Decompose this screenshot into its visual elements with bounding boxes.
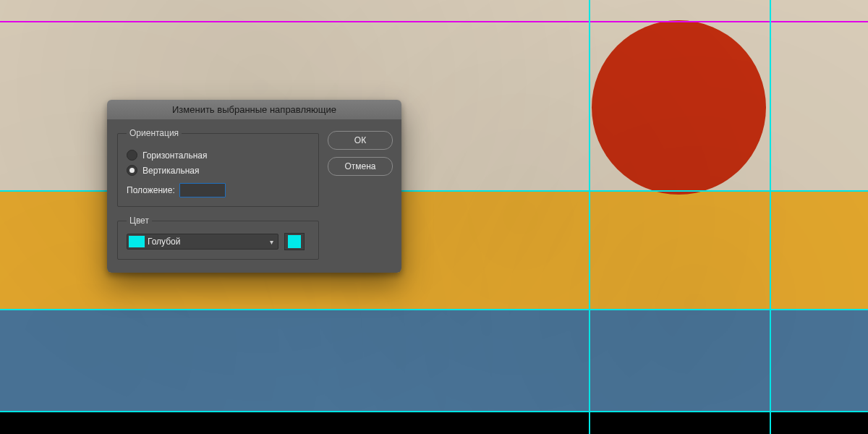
radio-icon [127,150,137,161]
canvas-area[interactable]: Изменить выбранные направляющие Ориентац… [0,0,868,434]
ok-button[interactable]: ОК [328,131,393,150]
ok-button-label: ОК [354,135,366,145]
color-swatch-mini [129,236,145,247]
color-select[interactable]: Голубой ▾ [127,234,278,250]
dialog-titlebar[interactable]: Изменить выбранные направляющие [107,100,401,119]
color-swatch-button[interactable] [284,233,305,250]
position-input[interactable] [179,183,226,197]
radio-horizontal[interactable]: Горизонтальная [127,150,310,161]
dialog-body: Ориентация Горизонтальная Вертикальная П… [107,119,401,273]
orientation-legend: Ориентация [127,128,182,138]
stripe-black [0,412,868,434]
radio-horizontal-label: Горизонтальная [142,150,208,161]
radio-icon [127,165,137,176]
guide-horizontal-cyan-3[interactable] [0,411,868,412]
position-row: Положение: [127,183,310,197]
cancel-button[interactable]: Отмена [328,157,393,176]
red-circle [592,20,766,195]
cancel-button-label: Отмена [344,161,375,171]
color-legend: Цвет [127,216,152,226]
radio-vertical-label: Вертикальная [142,166,200,176]
dialog-buttons: ОК Отмена [328,128,391,260]
guide-horizontal-magenta[interactable] [0,21,868,22]
guide-vertical-cyan-1[interactable] [589,0,590,434]
guide-vertical-cyan-2[interactable] [770,0,771,434]
position-label: Положение: [127,185,175,195]
orientation-group: Ориентация Горизонтальная Вертикальная П… [117,128,319,207]
color-swatch-preview [288,235,301,248]
guide-horizontal-cyan-2[interactable] [0,309,868,310]
color-group: Цвет Голубой ▾ [117,216,319,260]
radio-vertical[interactable]: Вертикальная [127,165,310,176]
chevron-down-icon: ▾ [270,238,276,246]
edit-guides-dialog: Изменить выбранные направляющие Ориентац… [107,100,401,273]
dialog-title: Изменить выбранные направляющие [172,104,336,115]
stripe-blue [0,310,868,412]
color-select-label: Голубой [148,237,267,247]
